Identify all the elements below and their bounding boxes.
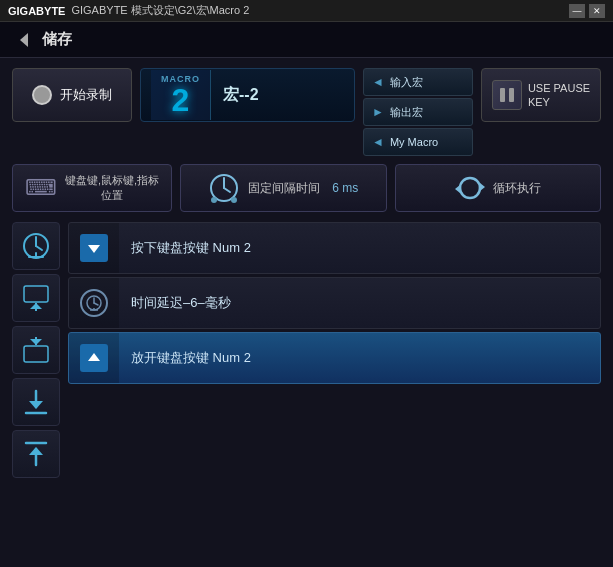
top-row: 开始录制 MACRO 2 宏--2 ◄ 输入宏 ► 输出宏 ◄ My Macro — [12, 68, 601, 156]
key-down-sidebar-icon — [21, 283, 51, 313]
my-macro-arrow-icon: ◄ — [372, 135, 384, 149]
action-up-icon — [69, 333, 119, 383]
app-logo: GIGABYTE — [8, 5, 65, 17]
pause-line1: USE PAUSE — [528, 81, 590, 95]
sidebar-upload-button[interactable] — [12, 430, 60, 478]
main-content: 开始录制 MACRO 2 宏--2 ◄ 输入宏 ► 输出宏 ◄ My Macro — [0, 58, 613, 567]
second-row: ⌨ 键盘键,鼠标键,指标 位置 固定间隔时间 6 ms 循环执行 — [12, 164, 601, 212]
arrow-up-icon — [80, 344, 108, 372]
interval-value: 6 ms — [332, 181, 358, 195]
svg-point-7 — [231, 197, 237, 203]
sidebar-key-down-button[interactable] — [12, 274, 60, 322]
record-button[interactable]: 开始录制 — [12, 68, 132, 122]
close-button[interactable]: ✕ — [589, 4, 605, 18]
sidebar-icons — [12, 222, 62, 532]
svg-marker-9 — [455, 185, 460, 193]
key-up-sidebar-icon — [21, 335, 51, 365]
title-bar: GIGABYTE GIGABYTE 模式设定\G2\宏\Macro 2 — ✕ — [0, 0, 613, 22]
my-macro-button[interactable]: ◄ My Macro — [363, 128, 473, 156]
upload-sidebar-icon — [21, 439, 51, 469]
svg-line-12 — [36, 246, 42, 250]
import-macro-label: 输入宏 — [390, 75, 423, 90]
interval-icon — [208, 172, 240, 204]
interval-label: 固定间隔时间 — [248, 180, 320, 197]
action-down-icon — [69, 223, 119, 273]
svg-marker-21 — [29, 401, 43, 409]
macro-name: 宏--2 — [223, 85, 259, 106]
export-macro-button[interactable]: ► 输出宏 — [363, 98, 473, 126]
keyboard-icon: ⌨ — [25, 175, 57, 201]
page-title: 储存 — [42, 30, 72, 49]
header: 储存 — [0, 22, 613, 58]
svg-line-5 — [224, 188, 230, 192]
action-list[interactable]: 按下键盘按键 Num 2 时间延迟–6–毫秒 — [68, 222, 601, 532]
import-arrow-icon: ◄ — [372, 75, 384, 89]
record-label: 开始录制 — [60, 86, 112, 104]
title-bar-left: GIGABYTE GIGABYTE 模式设定\G2\宏\Macro 2 — [8, 3, 249, 18]
svg-rect-2 — [509, 88, 514, 102]
svg-rect-17 — [24, 346, 48, 362]
loop-icon — [455, 173, 485, 203]
pause-text: USE PAUSE KEY — [528, 81, 590, 110]
minimize-button[interactable]: — — [569, 4, 585, 18]
pause-icon — [492, 80, 522, 110]
loop-label: 循环执行 — [493, 180, 541, 197]
title-bar-controls: — ✕ — [569, 4, 605, 18]
import-macro-button[interactable]: ◄ 输入宏 — [363, 68, 473, 96]
action-time-icon — [69, 278, 119, 328]
record-circle-icon — [32, 85, 52, 105]
svg-rect-14 — [24, 286, 48, 302]
keyboard-label: 键盘键,鼠标键,指标 位置 — [65, 173, 159, 203]
pause-line2: KEY — [528, 95, 550, 109]
macro-display: MACRO 2 宏--2 — [140, 68, 355, 122]
my-macro-label: My Macro — [390, 136, 438, 148]
export-arrow-icon: ► — [372, 105, 384, 119]
sidebar-key-up-button[interactable] — [12, 326, 60, 374]
back-icon — [14, 30, 34, 50]
svg-marker-8 — [480, 183, 485, 191]
svg-rect-1 — [500, 88, 505, 102]
svg-marker-31 — [88, 353, 100, 361]
pause-key-button[interactable]: USE PAUSE KEY — [481, 68, 601, 122]
macro-logo-box: MACRO 2 — [151, 70, 211, 120]
keyboard-button[interactable]: ⌨ 键盘键,鼠标键,指标 位置 — [12, 164, 172, 212]
svg-marker-0 — [20, 33, 28, 47]
action-text: 时间延迟–6–毫秒 — [119, 294, 600, 312]
action-area: 按下键盘按键 Num 2 时间延迟–6–毫秒 — [12, 222, 601, 532]
table-row[interactable]: 放开键盘按键 Num 2 — [68, 332, 601, 384]
svg-marker-26 — [88, 245, 100, 253]
interval-button[interactable]: 固定间隔时间 6 ms — [180, 164, 387, 212]
svg-line-29 — [94, 303, 98, 305]
svg-point-6 — [211, 197, 217, 203]
clock-icon — [21, 231, 51, 261]
table-row[interactable]: 时间延迟–6–毫秒 — [68, 277, 601, 329]
title-bar-path: GIGABYTE 模式设定\G2\宏\Macro 2 — [71, 3, 249, 18]
action-text: 按下键盘按键 Num 2 — [119, 239, 600, 257]
svg-marker-24 — [29, 447, 43, 455]
action-text: 放开键盘按键 Num 2 — [119, 349, 600, 367]
sidebar-download-button[interactable] — [12, 378, 60, 426]
sidebar-clock-button[interactable] — [12, 222, 60, 270]
right-buttons: ◄ 输入宏 ► 输出宏 ◄ My Macro — [363, 68, 473, 156]
table-row[interactable]: 按下键盘按键 Num 2 — [68, 222, 601, 274]
export-macro-label: 输出宏 — [390, 105, 423, 120]
macro-number: 2 — [172, 84, 190, 116]
arrow-down-icon — [80, 234, 108, 262]
clock-action-icon — [80, 289, 108, 317]
loop-button[interactable]: 循环执行 — [395, 164, 602, 212]
download-sidebar-icon — [21, 387, 51, 417]
